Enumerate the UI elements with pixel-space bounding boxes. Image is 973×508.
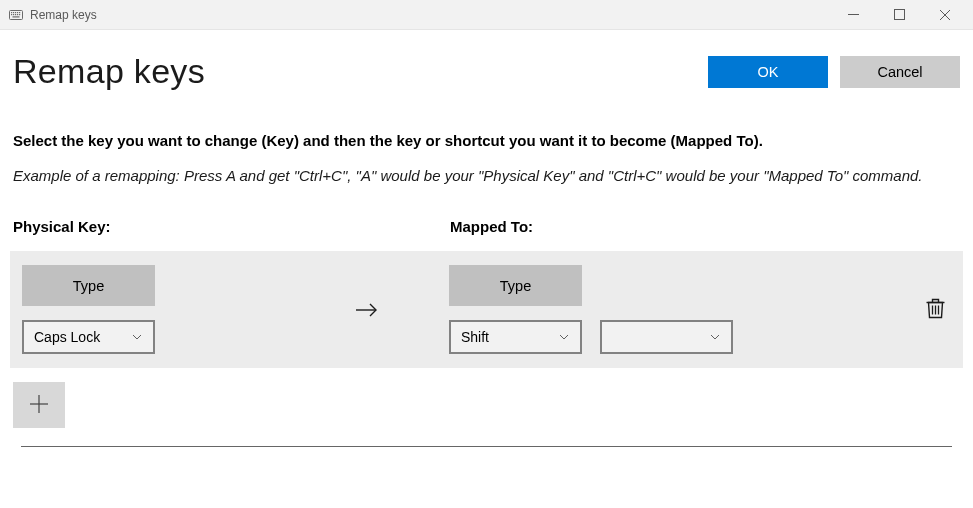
svg-rect-13 [894,10,904,20]
mapped-type-button[interactable]: Type [449,265,582,306]
cancel-button[interactable]: Cancel [840,56,960,88]
physical-key-dropdown[interactable]: Caps Lock [22,320,155,354]
physical-key-value: Caps Lock [34,329,131,345]
page-title: Remap keys [13,52,205,91]
close-button[interactable] [931,1,959,29]
keyboard-icon [8,7,24,23]
chevron-down-icon [131,331,143,343]
arrow-icon [284,300,449,320]
minimize-button[interactable] [839,1,867,29]
physical-key-header: Physical Key: [13,218,450,235]
svg-rect-4 [17,12,18,13]
chevron-down-icon [558,331,570,343]
mapped-key-value-1: Shift [461,329,558,345]
svg-rect-7 [13,14,14,15]
trash-icon [926,307,945,322]
svg-rect-5 [19,12,20,13]
plus-icon [27,392,51,419]
svg-rect-2 [13,12,14,13]
example-text: Example of a remapping: Press A and get … [13,165,960,186]
chevron-down-icon [709,331,721,343]
delete-mapping-button[interactable] [920,291,951,328]
title-bar: Remap keys [0,0,973,30]
add-mapping-button[interactable] [13,382,65,428]
svg-rect-10 [19,14,20,15]
svg-rect-11 [13,16,20,17]
physical-type-button[interactable]: Type [22,265,155,306]
svg-rect-3 [15,12,16,13]
svg-rect-8 [15,14,16,15]
svg-rect-6 [11,14,12,15]
svg-rect-9 [17,14,18,15]
mapping-row: Type Caps Lock Type Shift [10,251,963,368]
ok-button[interactable]: OK [708,56,828,88]
mapped-key-dropdown-1[interactable]: Shift [449,320,582,354]
mapped-to-header: Mapped To: [450,218,533,235]
divider [21,446,952,447]
window-title: Remap keys [30,8,839,22]
instruction-text: Select the key you want to change (Key) … [13,131,960,151]
mapped-key-dropdown-2[interactable] [600,320,733,354]
maximize-button[interactable] [885,1,913,29]
svg-rect-1 [11,12,12,13]
